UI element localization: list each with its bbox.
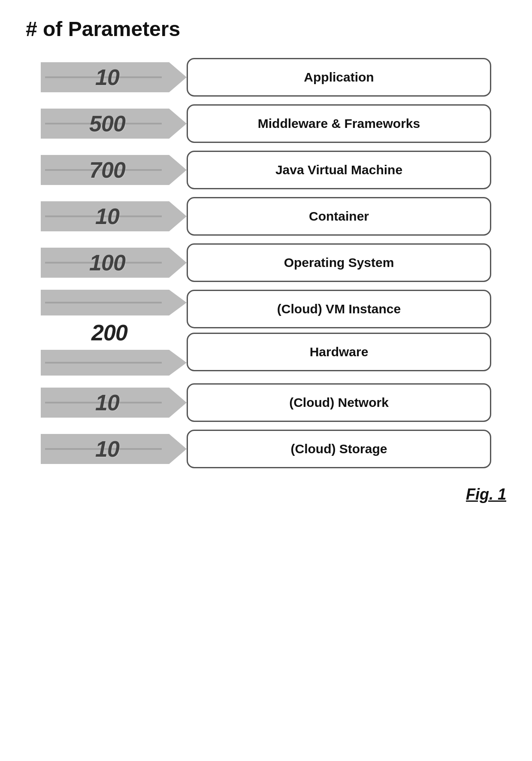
arrow-bg-cloud-network: 10 xyxy=(41,388,187,418)
label-container: Container xyxy=(300,209,378,224)
number-middleware: 500 xyxy=(89,111,138,136)
box-middleware: Middleware & Frameworks xyxy=(187,104,491,143)
number-cloud-storage: 10 xyxy=(95,436,132,462)
arrow-bg-cloud-storage: 10 xyxy=(41,434,187,464)
box-jvm: Java Virtual Machine xyxy=(187,151,491,189)
row-container: 10 Container xyxy=(41,197,491,236)
arrow-application: 10 xyxy=(41,58,187,97)
box-container: Container xyxy=(187,197,491,236)
box-cloud-storage: (Cloud) Storage xyxy=(187,430,491,468)
box-application: Application xyxy=(187,58,491,97)
arrow-bg-container: 10 xyxy=(41,201,187,231)
arrow-bg-hardware xyxy=(41,350,187,376)
arrow-jvm: 700 xyxy=(41,151,187,189)
row-jvm: 700 Java Virtual Machine xyxy=(41,151,491,189)
label-application: Application xyxy=(295,70,382,85)
number-os: 100 xyxy=(89,250,138,276)
arrow-bg-cloud-vm xyxy=(41,290,187,315)
arrow-bg-application: 10 xyxy=(41,62,187,92)
number-double: 200 xyxy=(91,320,140,346)
arrow-double: 200 xyxy=(41,290,187,376)
label-os: Operating System xyxy=(275,255,403,270)
label-jvm: Java Virtual Machine xyxy=(267,163,411,177)
row-cloud-network: 10 (Cloud) Network xyxy=(41,383,491,422)
row-application: 10 Application xyxy=(41,58,491,97)
label-cloud-storage: (Cloud) Storage xyxy=(282,442,396,456)
diagram-container: 10 Application 500 Middleware & Framewor… xyxy=(41,58,491,468)
label-hardware: Hardware xyxy=(301,345,377,359)
arrow-middleware: 500 xyxy=(41,104,187,143)
label-middleware: Middleware & Frameworks xyxy=(249,116,429,131)
number-application: 10 xyxy=(95,64,132,90)
fig-label: Fig. 1 xyxy=(26,485,506,503)
arrow-cloud-network: 10 xyxy=(41,383,187,422)
arrow-bg-jvm: 700 xyxy=(41,155,187,185)
box-hardware: Hardware xyxy=(187,333,491,371)
number-container: 10 xyxy=(95,203,132,229)
arrow-bg-os: 100 xyxy=(41,248,187,278)
label-cloud-network: (Cloud) Network xyxy=(281,395,397,410)
box-cloud-network: (Cloud) Network xyxy=(187,383,491,422)
arrow-cloud-storage: 10 xyxy=(41,430,187,468)
number-cloud-network: 10 xyxy=(95,390,132,415)
page-title: # of Parameters xyxy=(26,17,506,41)
arrow-os: 100 xyxy=(41,243,187,282)
arrow-bg-middleware: 500 xyxy=(41,109,187,139)
row-os: 100 Operating System xyxy=(41,243,491,282)
label-cloud-vm: (Cloud) VM Instance xyxy=(269,302,409,316)
row-double: 200 (Cloud) VM Instance Hardware xyxy=(41,290,491,376)
box-cloud-vm: (Cloud) VM Instance xyxy=(187,290,491,328)
arrow-container: 10 xyxy=(41,197,187,236)
number-jvm: 700 xyxy=(89,157,138,183)
boxes-double: (Cloud) VM Instance Hardware xyxy=(187,290,491,376)
row-middleware: 500 Middleware & Frameworks xyxy=(41,104,491,143)
row-cloud-storage: 10 (Cloud) Storage xyxy=(41,430,491,468)
box-os: Operating System xyxy=(187,243,491,282)
